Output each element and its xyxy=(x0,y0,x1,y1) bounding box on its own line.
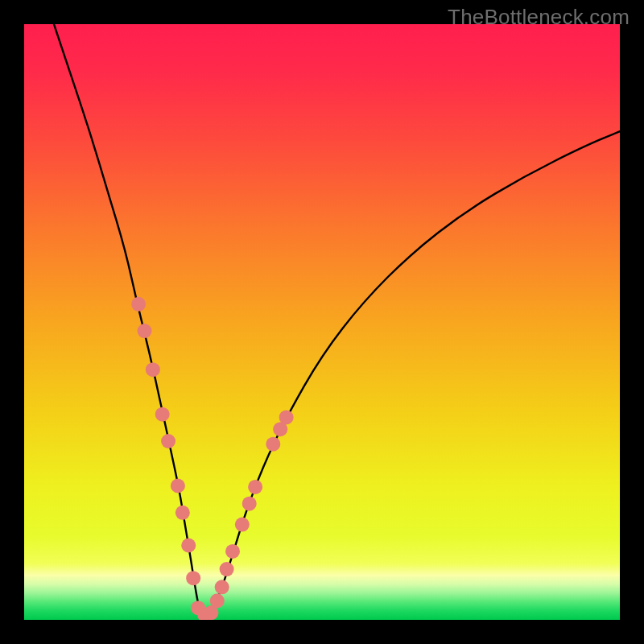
chart-stage: TheBottleneck.com xyxy=(0,0,644,644)
curve-marker xyxy=(279,410,294,424)
curve-marker xyxy=(131,297,146,312)
curve-marker xyxy=(220,562,234,576)
curve-marker xyxy=(155,407,170,422)
curve-marker xyxy=(210,593,225,608)
curve-marker xyxy=(215,580,229,594)
curve-marker xyxy=(242,497,257,511)
curve-layer xyxy=(24,24,620,620)
curve-marker xyxy=(175,506,190,520)
watermark-text: TheBottleneck.com xyxy=(448,5,630,30)
curve-markers xyxy=(131,297,294,620)
curve-marker xyxy=(248,480,262,494)
curve-marker xyxy=(161,434,175,448)
curve-marker xyxy=(137,324,151,338)
curve-marker xyxy=(181,539,196,553)
plot-area xyxy=(24,24,620,620)
curve-marker xyxy=(225,544,240,559)
curve-marker xyxy=(171,479,185,493)
curve-marker xyxy=(186,571,200,585)
curve-marker xyxy=(266,437,280,452)
bottleneck-curve xyxy=(54,24,620,617)
curve-marker xyxy=(146,362,160,377)
curve-marker xyxy=(235,518,250,532)
